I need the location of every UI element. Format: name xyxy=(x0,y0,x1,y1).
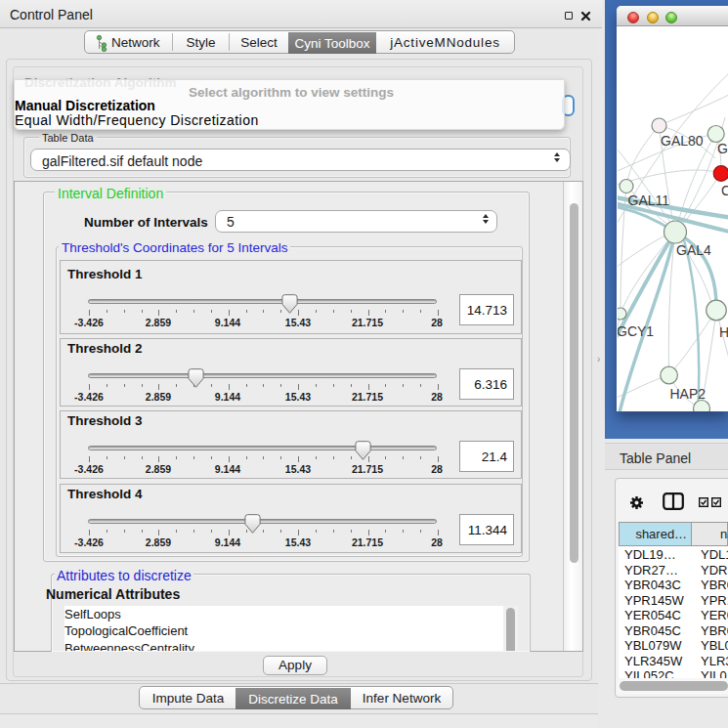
svg-text:GCY1: GCY1 xyxy=(618,323,654,339)
svg-text:GA: GA xyxy=(717,141,728,156)
svg-text:C: C xyxy=(721,183,728,198)
svg-text:GAL11: GAL11 xyxy=(628,193,670,208)
svg-text:HA: HA xyxy=(719,324,728,340)
svg-text:GAL4: GAL4 xyxy=(676,242,711,258)
svg-text:GAL80: GAL80 xyxy=(661,133,704,149)
svg-text:HAP2: HAP2 xyxy=(670,386,707,402)
